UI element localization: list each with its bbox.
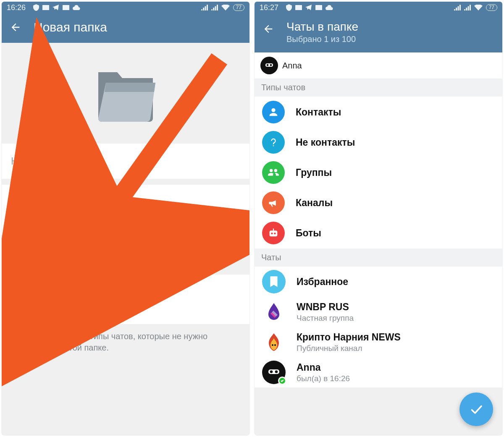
type-icon: [262, 161, 285, 184]
app-bar: Чаты в папке Выбрано 1 из 100: [255, 13, 502, 52]
type-icon: [262, 191, 285, 214]
included-footer: Выберите чаты или типы чатов, которые ну…: [2, 234, 249, 275]
status-right-icons: 77: [454, 4, 497, 11]
mail-icon: [42, 5, 49, 10]
avatar-face-icon: [263, 59, 276, 72]
svg-point-6: [270, 64, 272, 66]
excluded-footer: Выберите чаты или типы чатов, которые не…: [2, 324, 249, 364]
chats-header: Чаты: [255, 249, 502, 267]
wifi-icon: [474, 5, 483, 10]
page-subtitle: Выбрано 1 из 100: [286, 34, 358, 44]
type-label: Группы: [296, 167, 332, 178]
chat-title: Anna: [297, 362, 350, 373]
shield-icon: [33, 4, 39, 11]
chip-name: Anna: [282, 61, 302, 71]
folder-illustration: [2, 43, 249, 144]
chat-row[interactable]: Избранное: [255, 267, 502, 297]
online-badge: [278, 377, 286, 385]
folder-icon: [92, 62, 159, 125]
mail-icon: [295, 5, 302, 10]
chat-row[interactable]: Крипто Нарния NEWSПубличный канал: [255, 327, 502, 357]
avatar: [262, 330, 286, 354]
telegram-icon: [52, 4, 59, 11]
status-right-icons: 77: [201, 4, 244, 11]
status-bar: 16:27 77: [255, 2, 502, 13]
chat-type-row[interactable]: Группы: [255, 158, 502, 188]
mail-icon: [63, 5, 69, 10]
app-bar: Новая папка: [2, 13, 249, 43]
type-label: Контакты: [296, 107, 341, 118]
svg-point-9: [274, 233, 276, 234]
chat-subtitle: был(а) в 16:26: [297, 374, 350, 383]
chat-type-row[interactable]: Каналы: [255, 188, 502, 218]
avatar: [262, 270, 286, 293]
type-label: Боты: [296, 228, 321, 239]
arrow-left-icon: [10, 21, 21, 33]
add-chats-button[interactable]: Добавить чаты: [2, 206, 249, 234]
status-left-icons: [286, 4, 333, 11]
status-time: 16:26: [7, 3, 26, 12]
wifi-icon: [221, 5, 230, 10]
chat-add-icon: [11, 300, 26, 315]
selected-chat-chip[interactable]: Anna: [255, 52, 502, 79]
chat-row[interactable]: WNBP RUSЧастная группа: [255, 297, 502, 327]
battery-indicator: 77: [486, 4, 497, 11]
confirm-fab[interactable]: [459, 393, 493, 426]
page-title: Чаты в папке: [286, 20, 358, 34]
chat-add-icon: [11, 210, 26, 225]
phone-right: 16:27 77 Чаты в папке Выбрано 1 из 100: [255, 2, 502, 435]
avatar: [262, 361, 286, 384]
add-chats-label: Добавить чаты: [35, 212, 105, 223]
type-icon: [262, 131, 285, 154]
chat-title: WNBP RUS: [297, 301, 354, 313]
avatar: [260, 57, 278, 74]
exclude-chats-button[interactable]: Исключить чаты: [2, 296, 249, 324]
types-header: Типы чатов: [255, 79, 502, 97]
page-title: Новая папка: [34, 20, 107, 34]
type-icon: [262, 222, 285, 244]
svg-rect-7: [270, 230, 278, 236]
svg-point-14: [270, 370, 273, 373]
type-label: Каналы: [296, 197, 333, 209]
chat-type-row[interactable]: Боты: [255, 218, 502, 249]
svg-point-5: [267, 64, 269, 66]
folder-name-section: [2, 144, 249, 179]
svg-point-12: [274, 344, 276, 346]
chat-title: Избранное: [297, 276, 348, 288]
svg-point-11: [272, 344, 273, 346]
mail-icon: [315, 5, 322, 10]
shield-icon: [286, 4, 292, 11]
signal-icon: [464, 5, 471, 10]
exclude-chats-label: Исключить чаты: [35, 301, 111, 313]
type-label: Не контакты: [296, 137, 355, 148]
telegram-icon: [305, 4, 312, 11]
chat-row[interactable]: Annaбыл(а) в 16:26: [255, 357, 502, 387]
chat-title: Крипто Нарния NEWS: [297, 332, 401, 343]
avatar: [262, 300, 286, 324]
signal-icon: [201, 5, 208, 10]
type-icon: [262, 101, 285, 123]
chat-type-row[interactable]: Контакты: [255, 97, 502, 128]
chat-subtitle: Публичный канал: [297, 344, 401, 353]
svg-rect-10: [273, 229, 274, 231]
excluded-header: Исключённые чаты: [2, 275, 249, 296]
cloud-icon: [73, 5, 80, 10]
signal-icon: [454, 5, 461, 10]
chat-type-row[interactable]: Не контакты: [255, 128, 502, 158]
types-list: КонтактыНе контактыГруппыКаналыБоты: [255, 97, 502, 249]
status-left-icons: [33, 4, 80, 11]
svg-point-15: [275, 370, 278, 373]
chats-list: ИзбранноеWNBP RUSЧастная группаКрипто На…: [255, 267, 502, 387]
signal-icon: [211, 5, 218, 10]
cloud-icon: [326, 5, 333, 10]
back-button[interactable]: [9, 21, 22, 34]
back-button[interactable]: [262, 23, 275, 35]
battery-indicator: 77: [233, 4, 244, 11]
phone-left: 16:26 77 Новая папка: [2, 2, 249, 435]
chat-subtitle: Частная группа: [297, 314, 354, 323]
check-icon: [469, 402, 484, 417]
svg-point-8: [271, 233, 273, 234]
divider: [2, 179, 249, 185]
folder-name-input[interactable]: [2, 144, 249, 179]
status-time: 16:27: [260, 3, 278, 12]
